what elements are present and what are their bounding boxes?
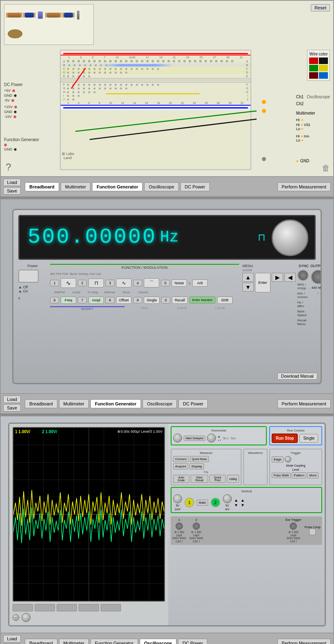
osc-save-recall-btn[interactable]: Save Recall <box>191 475 208 483</box>
osc-large-knob[interactable] <box>22 613 31 622</box>
fg-tab-3[interactable]: Function Generator <box>90 639 138 644</box>
osc-utility-btn[interactable]: Utility <box>227 475 239 483</box>
breadboard-tab-2[interactable]: Breadboard <box>25 399 57 408</box>
perform-btn-1[interactable]: Perform Measurement <box>277 182 331 191</box>
osc-ch2-up[interactable]: ▲ <box>241 498 245 502</box>
fg-tab-2[interactable]: Function Generator <box>90 399 141 408</box>
osc-undo-knob[interactable]: ↩ <box>13 614 19 621</box>
save-button-2[interactable]: Save <box>3 404 21 412</box>
download-manual-btn[interactable]: Download Manual <box>277 373 317 380</box>
dc-power-tab-1[interactable]: DC Power <box>180 182 210 191</box>
osc-ch2-btn[interactable]: 2 <box>211 498 220 507</box>
osc-softkey-3[interactable] <box>57 604 77 611</box>
breadboard-tab-1[interactable]: Breadboard <box>25 182 59 191</box>
svg-point-68 <box>115 71 117 73</box>
fg-num-0: 0 <box>161 297 170 303</box>
osc-softkey-2[interactable] <box>35 604 55 611</box>
fg-enter-number-btn[interactable]: Enter Number <box>189 297 215 303</box>
fg-nav-right[interactable]: ▶ <box>272 273 283 282</box>
osc-run-stop-btn[interactable]: Run Stop <box>272 434 298 443</box>
fg-arb-btn[interactable]: Arb <box>192 279 208 287</box>
wire-color-legend: Wire color <box>307 50 330 81</box>
osc-softkey-5[interactable] <box>101 604 121 611</box>
osc-math-btn[interactable]: Math <box>197 500 208 506</box>
wire-legend-title: Wire color <box>309 52 328 56</box>
svg-point-79 <box>83 84 85 86</box>
osc-ext-trigger-connector[interactable] <box>289 522 298 531</box>
fg-recall-btn[interactable]: Recall <box>172 297 188 304</box>
oscilloscope-tab-2[interactable]: Oscilloscope <box>143 399 177 408</box>
oscilloscope-tab-3[interactable]: Oscilloscope <box>140 639 176 644</box>
oscilloscope-tab-1[interactable]: Oscilloscope <box>144 182 178 191</box>
osc-single-btn[interactable]: Single <box>299 434 318 443</box>
osc-acquire-btn[interactable]: Acquire <box>173 463 188 469</box>
fg-nav-up[interactable]: ▲ <box>242 273 254 282</box>
osc-ch1-up[interactable]: ▲ <box>234 498 238 502</box>
perform-btn-2[interactable]: Perform Measurement <box>277 399 331 408</box>
osc-auto-scale-btn[interactable]: Auto Scale <box>173 475 189 483</box>
fg-tab-1[interactable]: Function Generator <box>92 182 143 191</box>
perform-btn-3[interactable]: Perform Measurement <box>277 639 331 644</box>
help-button[interactable]: ? <box>6 162 11 173</box>
fg-square-btn[interactable]: ⊓ <box>88 279 104 288</box>
load-button-2[interactable]: Load <box>3 396 21 403</box>
resistor-1 <box>8 13 21 18</box>
osc-mid-row: Measure Cursors Quick Meas Acquire Displ… <box>171 449 322 485</box>
osc-volt-knob-1[interactable] <box>173 494 182 503</box>
svg-point-106 <box>67 91 69 93</box>
osc-probe-comp-terminal[interactable] <box>309 529 316 535</box>
osc-ch2-down[interactable]: ▼ <box>241 503 245 507</box>
fg-shift-btn[interactable]: Shift <box>217 297 233 304</box>
fg-output-connector[interactable] <box>311 270 322 284</box>
fg-noise-btn[interactable]: Noise <box>171 279 187 287</box>
save-button-1[interactable]: Save <box>3 187 21 195</box>
osc-probe-comp-label: Probe Comp <box>305 526 321 529</box>
osc-time-scales: 50 s 5ns <box>223 437 235 440</box>
fg-power-button[interactable] <box>18 270 39 283</box>
osc-pattern-btn[interactable]: Pattern <box>292 472 306 478</box>
osc-softkey-1[interactable] <box>13 604 33 611</box>
osc-display-btn[interactable]: Display <box>189 463 204 469</box>
breadboard-tab-3[interactable]: Breadboard <box>25 639 57 644</box>
osc-cursors-btn[interactable]: Cursors <box>173 456 189 462</box>
fg-ramp-btn[interactable]: ∿ <box>116 279 132 288</box>
osc-main-delayed-btn[interactable]: Main Delayed <box>184 436 205 441</box>
fg-sync-connector[interactable] <box>297 270 309 281</box>
fg-right-controls: MENU On/Off ▲ ▼ Enter ▶ ◀ <box>242 264 316 343</box>
load-button-3[interactable]: Load <box>3 635 21 642</box>
fg-single-btn[interactable]: Single <box>144 297 160 304</box>
osc-ch1-btn[interactable]: 1 <box>185 498 194 507</box>
osc-horiz-knob-1[interactable] <box>173 434 182 443</box>
dc-power-tab-3[interactable]: DC Power <box>178 639 207 644</box>
fg-pulse-btn[interactable]: ⌒ <box>144 278 159 288</box>
fg-nav-left[interactable]: ◀ <box>284 273 296 282</box>
osc-ch2-connector[interactable] <box>192 522 201 531</box>
osc-ch1-connector[interactable] <box>175 522 184 531</box>
osc-screen-bottom-btns <box>13 604 165 611</box>
fg-sine-btn[interactable]: ∿ <box>61 278 76 288</box>
osc-quick-print-btn[interactable]: Quick Print <box>209 475 226 483</box>
fg-freq-btn[interactable]: Freq <box>61 297 76 304</box>
fg-enter-btn[interactable]: Enter <box>255 273 270 292</box>
trash-button[interactable]: 🗑 <box>322 164 330 173</box>
multimeter-tab-3[interactable]: Multimeter <box>59 639 89 644</box>
fg-offset-btn[interactable]: Offset <box>116 297 132 304</box>
fg-cancel-label: Cancel <box>135 290 151 294</box>
fg-nav-down[interactable]: ▼ <box>242 283 254 292</box>
osc-volt-knob-2[interactable] <box>223 494 232 503</box>
osc-edge-btn[interactable]: Edge <box>272 456 283 463</box>
load-button-1[interactable]: Load <box>3 179 21 186</box>
osc-more-btn[interactable]: More <box>307 472 319 478</box>
reset-button[interactable]: Reset <box>311 4 330 11</box>
fg-main-knob[interactable] <box>272 219 308 256</box>
multimeter-tab-2[interactable]: Multimeter <box>59 399 89 408</box>
osc-pulse-width-btn[interactable]: Pulse Width <box>272 473 291 478</box>
osc-quick-meas-btn[interactable]: Quick Meas <box>190 456 209 462</box>
osc-mode-coupling-knob[interactable] <box>285 456 291 463</box>
fg-ampl-btn[interactable]: Ampl <box>88 297 104 304</box>
osc-softkey-4[interactable] <box>79 604 99 611</box>
osc-ch1-down[interactable]: ▼ <box>234 503 238 507</box>
dc-power-tab-2[interactable]: DC Power <box>178 399 208 408</box>
multimeter-tab-1[interactable]: Multimeter <box>61 182 90 191</box>
osc-horiz-knob-2[interactable] <box>207 434 216 443</box>
